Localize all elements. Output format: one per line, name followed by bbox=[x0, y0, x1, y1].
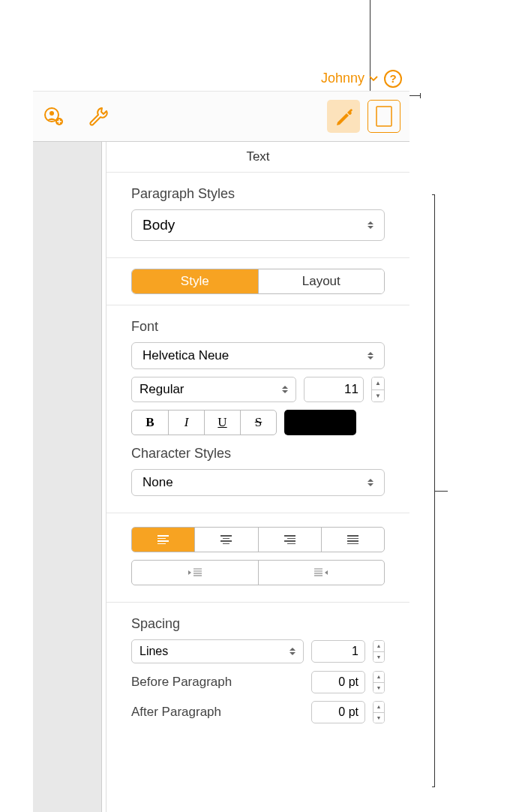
paragraph-styles-label: Paragraph Styles bbox=[131, 186, 385, 202]
text-format-buttons: B I U S bbox=[131, 410, 277, 435]
increase-indent-icon bbox=[314, 567, 328, 578]
after-paragraph-input[interactable]: 0 pt bbox=[311, 701, 365, 723]
underline-button[interactable]: U bbox=[204, 411, 240, 435]
align-justify-icon bbox=[347, 535, 358, 544]
callout-bracket bbox=[432, 194, 435, 787]
increase-indent-button[interactable] bbox=[258, 561, 385, 585]
stepper-down-icon[interactable]: ▼ bbox=[374, 682, 384, 693]
toolbar-left-group bbox=[42, 105, 110, 128]
italic-button[interactable]: I bbox=[168, 411, 204, 435]
font-section: Font Helvetica Neue Regular 11 ▲ ▼ bbox=[106, 305, 410, 513]
before-paragraph-input[interactable]: 0 pt bbox=[311, 671, 365, 693]
tab-layout[interactable]: Layout bbox=[258, 269, 385, 293]
spacing-value-input[interactable]: 1 bbox=[311, 640, 365, 663]
chevron-updown-icon bbox=[368, 221, 374, 229]
inspector-body: Paragraph Styles Body Style Layout Font … bbox=[106, 173, 410, 740]
character-style-value: None bbox=[142, 475, 173, 490]
style-layout-tabs: Style Layout bbox=[131, 269, 385, 294]
help-button[interactable]: ? bbox=[384, 70, 402, 88]
align-center-button[interactable] bbox=[194, 528, 257, 552]
chevron-updown-icon bbox=[290, 648, 296, 655]
text-format-row: B I U S bbox=[131, 410, 385, 435]
horizontal-align-row bbox=[131, 527, 385, 552]
stepper-down-icon[interactable]: ▼ bbox=[374, 651, 384, 663]
svg-point-1 bbox=[50, 111, 54, 116]
inspector-title: Text bbox=[106, 142, 410, 173]
format-inspector-button[interactable] bbox=[327, 100, 360, 133]
user-name[interactable]: Johnny bbox=[321, 71, 364, 86]
align-left-button[interactable] bbox=[132, 528, 194, 552]
font-weight-size-row: Regular 11 ▲ ▼ bbox=[131, 377, 385, 402]
paragraph-style-select[interactable]: Body bbox=[131, 209, 385, 241]
align-left-icon bbox=[158, 535, 169, 544]
spacing-section: Spacing Lines 1 ▲ ▼ Before Paragraph bbox=[106, 603, 410, 740]
line-spacing-row: Lines 1 ▲ ▼ bbox=[131, 639, 385, 663]
after-paragraph-label: After Paragraph bbox=[131, 705, 304, 720]
after-paragraph-row: After Paragraph 0 pt ▲ ▼ bbox=[131, 701, 385, 723]
callout-line-vertical bbox=[370, 0, 370, 62]
collaborate-icon[interactable] bbox=[42, 105, 64, 128]
chevron-updown-icon bbox=[368, 352, 374, 359]
spacing-mode-select[interactable]: Lines bbox=[131, 639, 304, 663]
content-area: Text Paragraph Styles Body Style Layout … bbox=[33, 142, 410, 812]
stepper-up-icon[interactable]: ▲ bbox=[372, 377, 384, 389]
font-label: Font bbox=[131, 319, 385, 335]
align-right-icon bbox=[284, 535, 296, 544]
tab-style[interactable]: Style bbox=[132, 269, 258, 293]
before-paragraph-label: Before Paragraph bbox=[131, 675, 304, 690]
paragraph-styles-section: Paragraph Styles Body bbox=[106, 173, 410, 258]
window-header: Johnny ? bbox=[33, 66, 410, 91]
chevron-updown-icon bbox=[282, 386, 288, 393]
decrease-indent-icon bbox=[188, 567, 202, 578]
font-size-input[interactable]: 11 bbox=[304, 377, 364, 402]
font-size-value: 11 bbox=[344, 382, 358, 397]
alignment-section bbox=[106, 513, 410, 603]
spacing-label: Spacing bbox=[131, 616, 385, 632]
chevron-down-icon[interactable] bbox=[369, 76, 378, 82]
spacing-mode-value: Lines bbox=[140, 645, 168, 658]
svg-rect-5 bbox=[376, 107, 392, 126]
toolbar-right-group bbox=[327, 100, 400, 133]
align-justify-button[interactable] bbox=[321, 528, 384, 552]
wrench-icon[interactable] bbox=[87, 105, 110, 128]
align-center-icon bbox=[220, 535, 232, 544]
bold-button[interactable]: B bbox=[132, 411, 168, 435]
font-family-value: Helvetica Neue bbox=[142, 348, 229, 363]
stepper-down-icon[interactable]: ▼ bbox=[374, 712, 384, 723]
before-paragraph-stepper[interactable]: ▲ ▼ bbox=[373, 671, 385, 693]
after-paragraph-stepper[interactable]: ▲ ▼ bbox=[373, 701, 385, 723]
before-paragraph-row: Before Paragraph 0 pt ▲ ▼ bbox=[131, 671, 385, 693]
text-color-swatch[interactable] bbox=[284, 410, 356, 435]
after-paragraph-value: 0 pt bbox=[338, 705, 358, 719]
paragraph-style-value: Body bbox=[142, 217, 175, 233]
align-right-button[interactable] bbox=[258, 528, 321, 552]
document-canvas-edge bbox=[33, 142, 106, 812]
indent-buttons bbox=[131, 560, 385, 585]
spacing-stepper[interactable]: ▲ ▼ bbox=[373, 640, 385, 663]
font-weight-value: Regular bbox=[140, 382, 184, 397]
horizontal-align-buttons bbox=[131, 527, 385, 552]
style-layout-tabs-section: Style Layout bbox=[106, 258, 410, 305]
stepper-up-icon[interactable]: ▲ bbox=[374, 672, 384, 682]
spacing-value: 1 bbox=[352, 645, 358, 658]
stepper-down-icon[interactable]: ▼ bbox=[372, 389, 384, 402]
decrease-indent-button[interactable] bbox=[132, 561, 258, 585]
strikethrough-button[interactable]: S bbox=[240, 411, 276, 435]
format-inspector-panel: Text Paragraph Styles Body Style Layout … bbox=[106, 142, 410, 812]
toolbar bbox=[33, 91, 410, 142]
font-size-stepper[interactable]: ▲ ▼ bbox=[371, 377, 385, 402]
stepper-up-icon[interactable]: ▲ bbox=[374, 702, 384, 712]
before-paragraph-value: 0 pt bbox=[338, 675, 358, 689]
font-family-select[interactable]: Helvetica Neue bbox=[131, 342, 385, 369]
callout-tick-right bbox=[420, 93, 421, 98]
font-weight-select[interactable]: Regular bbox=[131, 377, 296, 402]
stepper-up-icon[interactable]: ▲ bbox=[374, 641, 384, 651]
chevron-updown-icon bbox=[368, 479, 374, 486]
character-styles-label: Character Styles bbox=[131, 446, 385, 462]
document-inspector-button[interactable] bbox=[368, 100, 400, 133]
character-style-select[interactable]: None bbox=[131, 469, 385, 496]
